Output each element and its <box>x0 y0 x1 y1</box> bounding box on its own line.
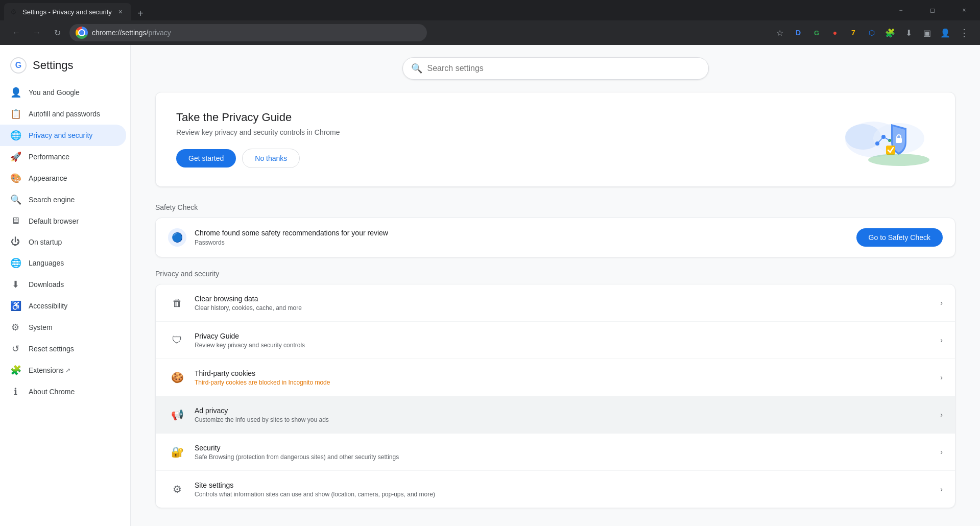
privacy-guide-subtitle: Review key privacy and security controls… <box>176 128 832 136</box>
privacy-guide-list-subtitle: Review key privacy and security controls <box>195 342 932 349</box>
sidebar-item-reset-settings[interactable]: ↺ Reset settings <box>0 338 126 360</box>
sidebar-item-languages[interactable]: 🌐 Languages <box>0 252 126 274</box>
you-google-label: You and Google <box>29 88 80 97</box>
svg-point-10 <box>868 154 929 166</box>
menu-button[interactable]: ⋮ <box>955 25 972 41</box>
get-started-button[interactable]: Get started <box>176 149 236 168</box>
go-to-safety-check-button[interactable]: Go to Safety Check <box>856 228 943 247</box>
privacy-security-section-title: Privacy and security <box>155 270 955 278</box>
site-settings-subtitle: Controls what information sites can use … <box>195 491 932 498</box>
cookies-text: Third-party cookies Third-party cookies … <box>195 369 932 386</box>
system-icon: ⚙ <box>10 322 20 333</box>
clear-browsing-subtitle: Clear history, cookies, cache, and more <box>195 304 932 312</box>
tab-favicon: ⚙ <box>10 8 18 16</box>
search-bar-container: 🔍 <box>402 57 709 80</box>
cookies-icon: 🍪 <box>168 368 186 387</box>
clear-browsing-title: Clear browsing data <box>195 295 932 303</box>
maximize-button[interactable]: ◻ <box>921 0 944 20</box>
performance-icon: 🚀 <box>10 151 20 162</box>
split-screen-icon[interactable]: ▣ <box>919 25 935 41</box>
site-settings-arrow: › <box>940 485 943 493</box>
privacy-guide-item[interactable]: 🛡 Privacy Guide Review key privacy and s… <box>156 322 955 359</box>
extension-icon-1[interactable]: D <box>790 25 806 41</box>
sidebar-item-extensions[interactable]: 🧩 Extensions ↗ <box>0 360 126 381</box>
appearance-label: Appearance <box>29 174 67 182</box>
downloads-nav-icon[interactable]: ⬇ <box>900 25 917 41</box>
site-settings-item[interactable]: ⚙ Site settings Controls what informatio… <box>156 471 955 508</box>
sidebar-item-performance[interactable]: 🚀 Performance <box>0 146 126 168</box>
extensions-button[interactable]: 🧩 <box>882 25 898 41</box>
sidebar-item-on-startup[interactable]: ⏻ On startup <box>0 231 126 252</box>
refresh-button[interactable]: ↻ <box>49 25 65 41</box>
safety-check-text: Chrome found some safety recommendations… <box>195 229 848 246</box>
minimize-button[interactable]: − <box>889 0 913 20</box>
extensions-icon: 🧩 <box>10 365 20 376</box>
sidebar-item-about-chrome[interactable]: ℹ About Chrome <box>0 381 126 402</box>
autofill-icon: 📋 <box>10 108 20 119</box>
accessibility-icon: ♿ <box>10 300 20 312</box>
sidebar-item-system[interactable]: ⚙ System <box>0 317 126 338</box>
active-tab[interactable]: ⚙ Settings - Privacy and security × <box>4 3 131 20</box>
clear-browsing-text: Clear browsing data Clear history, cooki… <box>195 295 932 312</box>
sidebar-item-appearance[interactable]: 🎨 Appearance <box>0 168 126 189</box>
extension-icon-2[interactable]: G <box>808 25 825 41</box>
security-subtitle: Safe Browsing (protection from dangerous… <box>195 453 932 461</box>
safety-check-main-text: Chrome found some safety recommendations… <box>195 229 848 237</box>
external-link-icon: ↗ <box>65 367 70 374</box>
ad-privacy-item[interactable]: 📢 Ad privacy Customize the info used by … <box>156 396 955 434</box>
safety-check-row: 🔵 Chrome found some safety recommendatio… <box>156 218 955 257</box>
privacy-guide-title: Take the Privacy Guide <box>176 111 832 124</box>
ad-privacy-title: Ad privacy <box>195 407 932 415</box>
sidebar-item-privacy[interactable]: 🌐 Privacy and security <box>0 125 126 146</box>
browser-chrome: ⚙ Settings - Privacy and security × + − … <box>0 0 980 20</box>
back-button[interactable]: ← <box>8 25 25 41</box>
sidebar-item-autofill[interactable]: 📋 Autofill and passwords <box>0 103 126 125</box>
extension-icon-3[interactable]: ● <box>827 25 843 41</box>
extension-icon-4[interactable]: 7 <box>845 25 862 41</box>
svg-rect-3 <box>896 138 902 143</box>
safety-check-sub-text: Passwords <box>195 239 848 246</box>
new-tab-button[interactable]: + <box>133 6 148 20</box>
sidebar-title: Settings <box>33 59 74 72</box>
clear-browsing-item[interactable]: 🗑 Clear browsing data Clear history, coo… <box>156 284 955 322</box>
ad-privacy-subtitle: Customize the info used by sites to show… <box>195 416 932 423</box>
sidebar-item-search-engine[interactable]: 🔍 Search engine <box>0 189 126 210</box>
privacy-guide-illustration <box>832 109 935 170</box>
autofill-label: Autofill and passwords <box>29 110 100 118</box>
system-label: System <box>29 323 53 331</box>
forward-button[interactable]: → <box>29 25 45 41</box>
languages-label: Languages <box>29 259 64 267</box>
profile-icon[interactable]: 👤 <box>937 25 953 41</box>
reset-settings-label: Reset settings <box>29 345 74 353</box>
star-icon[interactable]: ☆ <box>772 25 788 41</box>
tab-close-button[interactable]: × <box>116 7 125 16</box>
google-logo: G <box>10 57 27 74</box>
window-controls: − ◻ × <box>889 0 976 20</box>
search-engine-label: Search engine <box>29 196 75 204</box>
privacy-security-card: 🗑 Clear browsing data Clear history, coo… <box>155 284 955 508</box>
address-bar[interactable]: chrome://settings/privacy <box>69 24 427 41</box>
safety-check-section-title: Safety Check <box>155 203 955 211</box>
site-settings-title: Site settings <box>195 481 932 489</box>
downloads-label: Downloads <box>29 280 64 289</box>
address-path: privacy <box>149 29 171 37</box>
close-button[interactable]: × <box>952 0 976 20</box>
about-chrome-icon: ℹ <box>10 386 20 397</box>
search-engine-icon: 🔍 <box>10 194 20 205</box>
clear-browsing-arrow: › <box>940 299 943 307</box>
cookies-title: Third-party cookies <box>195 369 932 377</box>
privacy-icon: 🌐 <box>10 130 20 141</box>
sidebar-item-accessibility[interactable]: ♿ Accessibility <box>0 295 126 317</box>
security-item[interactable]: 🔐 Security Safe Browsing (protection fro… <box>156 434 955 471</box>
third-party-cookies-item[interactable]: 🍪 Third-party cookies Third-party cookie… <box>156 359 955 396</box>
no-thanks-button[interactable]: No thanks <box>242 149 300 168</box>
sidebar-item-downloads[interactable]: ⬇ Downloads <box>0 274 126 295</box>
sidebar-item-you-and-google[interactable]: 👤 You and Google <box>0 82 126 103</box>
safety-check-icon: 🔵 <box>168 228 186 247</box>
address-base: chrome://settings/ <box>92 29 149 37</box>
extension-icon-5[interactable]: ⬡ <box>864 25 880 41</box>
sidebar-item-default-browser[interactable]: 🖥 Default browser <box>0 210 126 231</box>
search-input[interactable] <box>427 64 700 73</box>
site-settings-icon: ⚙ <box>168 480 186 498</box>
clear-browsing-icon: 🗑 <box>168 294 186 312</box>
